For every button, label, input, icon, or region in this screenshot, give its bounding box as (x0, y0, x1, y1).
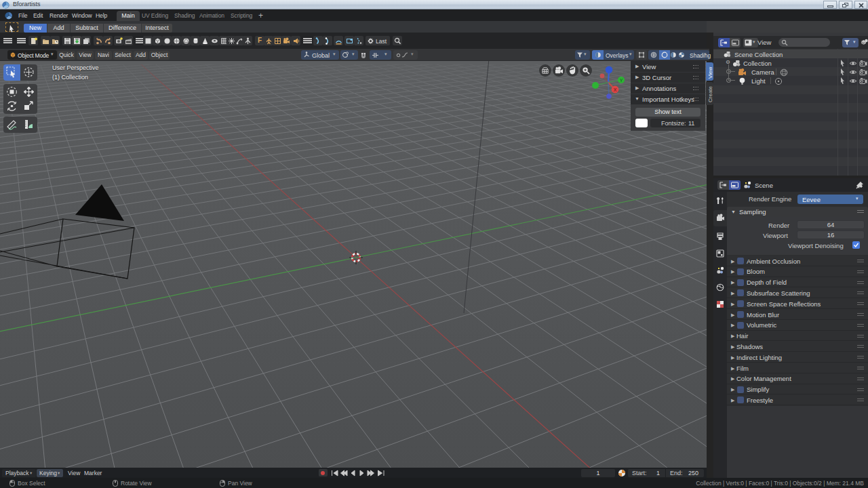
svg-text:Y: Y (620, 78, 623, 83)
svg-text:X: X (614, 87, 617, 92)
